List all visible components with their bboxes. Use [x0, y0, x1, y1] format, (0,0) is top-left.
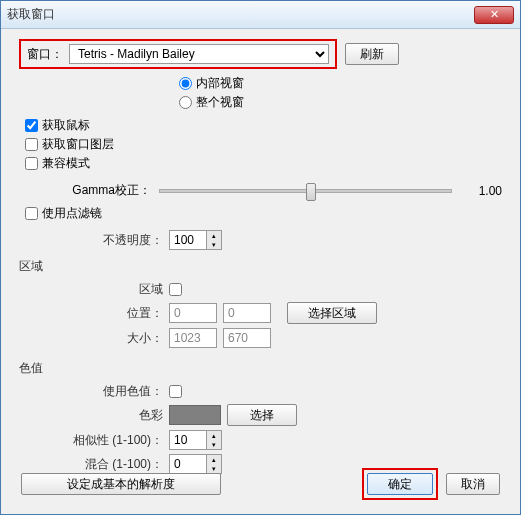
view-mode-group: 内部视窗 整个视窗	[179, 75, 502, 111]
pos-y-input[interactable]	[223, 303, 271, 323]
capture-window-dialog: 获取窗口 ✕ 窗口： Tetris - Madilyn Bailey 刷新 内部…	[0, 0, 521, 515]
gamma-thumb[interactable]	[306, 183, 316, 201]
opacity-input[interactable]	[169, 230, 207, 250]
highlight-ok-button: 确定	[362, 468, 438, 497]
window-title: 获取窗口	[7, 6, 474, 23]
gamma-label: Gamma校正：	[19, 182, 151, 199]
radio-inner-input[interactable]	[179, 77, 192, 90]
chk-compat-mode[interactable]: 兼容模式	[25, 155, 502, 172]
color-section-title: 色值	[19, 360, 502, 377]
pos-x-input[interactable]	[169, 303, 217, 323]
chk-compat-mode-input[interactable]	[25, 157, 38, 170]
window-select-row: 窗口： Tetris - Madilyn Bailey 刷新	[19, 39, 502, 69]
opacity-label: 不透明度：	[19, 232, 169, 249]
similarity-input[interactable]	[169, 430, 207, 450]
color-label: 色彩	[19, 407, 169, 424]
opacity-row: 不透明度： ▴▾	[19, 230, 502, 250]
region-chk-row: 区域	[19, 281, 502, 298]
color-select-button[interactable]: 选择	[227, 404, 297, 426]
opacity-up[interactable]: ▴	[207, 231, 221, 240]
chk-capture-layers-input[interactable]	[25, 138, 38, 151]
size-w-input[interactable]	[169, 328, 217, 348]
gamma-slider[interactable]	[159, 189, 452, 193]
radio-inner-view[interactable]: 内部视窗	[179, 75, 502, 92]
similarity-spinner[interactable]: ▴▾	[169, 430, 222, 450]
window-label: 窗口：	[27, 46, 63, 63]
set-basic-resolution-button[interactable]: 设定成基本的解析度	[21, 473, 221, 495]
cancel-button[interactable]: 取消	[446, 473, 500, 495]
options-checklist: 获取鼠标 获取窗口图层 兼容模式	[19, 117, 502, 172]
use-color-row: 使用色值：	[19, 383, 502, 400]
similarity-down[interactable]: ▾	[207, 440, 221, 449]
chk-capture-layers[interactable]: 获取窗口图层	[25, 136, 502, 153]
chk-capture-cursor-input[interactable]	[25, 119, 38, 132]
color-pick-row: 色彩 选择	[19, 404, 502, 426]
region-section-title: 区域	[19, 258, 502, 275]
titlebar: 获取窗口 ✕	[1, 1, 520, 29]
similarity-row: 相似性 (1-100)： ▴▾	[19, 430, 502, 450]
size-h-input[interactable]	[223, 328, 271, 348]
gamma-value: 1.00	[462, 184, 502, 198]
dialog-content: 窗口： Tetris - Madilyn Bailey 刷新 内部视窗 整个视窗…	[1, 29, 520, 497]
use-color-label: 使用色值：	[19, 383, 169, 400]
size-label: 大小：	[19, 330, 169, 347]
refresh-button[interactable]: 刷新	[345, 43, 399, 65]
region-checkbox[interactable]	[169, 283, 182, 296]
select-region-button[interactable]: 选择区域	[287, 302, 377, 324]
close-button[interactable]: ✕	[474, 6, 514, 24]
chk-point-filter[interactable]: 使用点滤镜	[25, 205, 502, 222]
similarity-label: 相似性 (1-100)：	[19, 432, 169, 449]
highlight-window-select: 窗口： Tetris - Madilyn Bailey	[19, 39, 337, 69]
window-dropdown[interactable]: Tetris - Madilyn Bailey	[69, 44, 329, 64]
chk-capture-cursor[interactable]: 获取鼠标	[25, 117, 502, 134]
gamma-row: Gamma校正： 1.00	[19, 182, 502, 199]
size-row: 大小：	[19, 328, 502, 348]
position-row: 位置： 选择区域	[19, 302, 502, 324]
similarity-up[interactable]: ▴	[207, 431, 221, 440]
use-color-checkbox[interactable]	[169, 385, 182, 398]
blend-up[interactable]: ▴	[207, 455, 221, 464]
opacity-spinner[interactable]: ▴▾	[169, 230, 222, 250]
radio-whole-view[interactable]: 整个视窗	[179, 94, 502, 111]
color-swatch[interactable]	[169, 405, 221, 425]
position-label: 位置：	[19, 305, 169, 322]
radio-whole-input[interactable]	[179, 96, 192, 109]
ok-button[interactable]: 确定	[367, 473, 433, 495]
opacity-down[interactable]: ▾	[207, 240, 221, 249]
region-chk-label: 区域	[19, 281, 169, 298]
dialog-footer: 设定成基本的解析度 确定 取消	[21, 468, 500, 497]
chk-point-filter-input[interactable]	[25, 207, 38, 220]
